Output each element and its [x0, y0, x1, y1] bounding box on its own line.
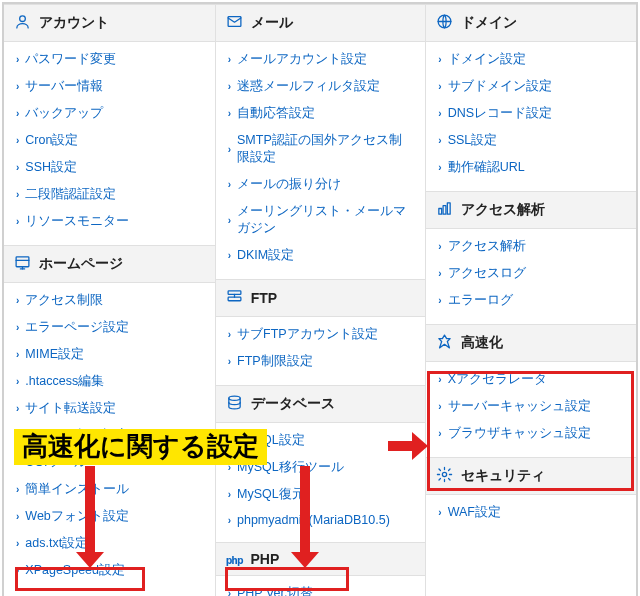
security-icon — [436, 466, 453, 486]
section-items: ›サブFTPアカウント設定›FTP制限設定 — [216, 317, 426, 385]
chevron-right-icon: › — [438, 268, 441, 279]
menu-item-php-ver[interactable]: ›PHP Ver.切替 — [216, 580, 426, 596]
mail-icon — [226, 13, 243, 33]
chevron-right-icon: › — [16, 511, 19, 522]
section-title: メール — [251, 14, 293, 32]
section-head-x: ドメイン — [426, 4, 636, 42]
menu-item-x[interactable]: ›メールアカウント設定 — [216, 46, 426, 73]
menu-item-url[interactable]: ›動作確認URL — [426, 154, 636, 181]
chevron-right-icon: › — [16, 403, 19, 414]
menu-item-label: ドメイン設定 — [448, 51, 526, 68]
menu-item-label: Webフォント設定 — [25, 508, 128, 525]
chevron-right-icon: › — [438, 162, 441, 173]
menu-item-htaccess[interactable]: ›.htaccess編集 — [4, 368, 215, 395]
menu-item-xpagespeed[interactable]: ›XPageSpeed設定 — [4, 557, 215, 584]
annotation-banner: 高速化に関する設定 — [14, 429, 267, 465]
svg-point-0 — [20, 16, 26, 22]
menu-item-dkim[interactable]: ›DKIM設定 — [216, 242, 426, 269]
chevron-right-icon: › — [228, 144, 231, 155]
section-head-x: メール — [216, 4, 426, 42]
section-head-x: 高速化 — [426, 324, 636, 362]
section-items: ›アクセス解析›アクセスログ›エラーログ — [426, 229, 636, 324]
section-title: セキュリティ — [461, 467, 545, 485]
chevron-right-icon: › — [16, 538, 19, 549]
section-head-x: ホームページ — [4, 245, 215, 283]
section-items: ›Xアクセラレータ›サーバーキャッシュ設定›ブラウザキャッシュ設定 — [426, 362, 636, 457]
menu-item-x[interactable]: ›簡単インストール — [4, 476, 215, 503]
menu-item-x[interactable]: ›ブラウザキャッシュ設定 — [426, 420, 636, 447]
menu-item-cron[interactable]: ›Cron設定 — [4, 127, 215, 154]
chevron-right-icon: › — [228, 515, 231, 526]
menu-item-label: アクセスログ — [448, 265, 526, 282]
menu-item-smtp[interactable]: ›SMTP認証の国外アクセス制限設定 — [216, 127, 426, 171]
menu-item-x[interactable]: ›ドメイン設定 — [426, 46, 636, 73]
menu-item-label: Xアクセラレータ — [448, 371, 547, 388]
chevron-right-icon: › — [438, 295, 441, 306]
menu-item-x[interactable]: ›エラーログ — [426, 287, 636, 314]
menu-item-x[interactable]: ›Xアクセラレータ — [426, 366, 636, 393]
chevron-right-icon: › — [16, 295, 19, 306]
menu-item-x[interactable]: ›エラーページ設定 — [4, 314, 215, 341]
menu-item-x[interactable]: ›自動応答設定 — [216, 100, 426, 127]
menu-item-x[interactable]: ›二段階認証設定 — [4, 181, 215, 208]
chevron-right-icon: › — [16, 189, 19, 200]
menu-item-label: メールアカウント設定 — [237, 51, 367, 68]
menu-item-x[interactable]: ›サブドメイン設定 — [426, 73, 636, 100]
menu-item-x[interactable]: ›アクセスログ — [426, 260, 636, 287]
menu-item-x[interactable]: ›メーリングリスト・メールマガジン — [216, 198, 426, 242]
section-title: データベース — [251, 395, 335, 413]
chevron-right-icon: › — [16, 135, 19, 146]
chevron-right-icon: › — [438, 135, 441, 146]
chevron-right-icon: › — [438, 241, 441, 252]
menu-item-label: サーバー情報 — [25, 78, 103, 95]
svg-rect-1 — [16, 257, 29, 267]
menu-item-x[interactable]: ›リソースモニター — [4, 208, 215, 235]
menu-item-x[interactable]: ›バックアップ — [4, 100, 215, 127]
menu-item-ssh[interactable]: ›SSH設定 — [4, 154, 215, 181]
section-items: ›パスワード変更›サーバー情報›バックアップ›Cron設定›SSH設定›二段階認… — [4, 42, 215, 245]
section-title: アカウント — [39, 14, 109, 32]
php-icon: php — [226, 551, 243, 567]
menu-item-label: DNSレコード設定 — [448, 105, 552, 122]
chevron-right-icon: › — [16, 81, 19, 92]
chevron-right-icon: › — [228, 588, 231, 596]
svg-rect-12 — [443, 206, 446, 215]
menu-item-label: .htaccess編集 — [25, 373, 104, 390]
menu-item-x[interactable]: ›アクセス制限 — [4, 287, 215, 314]
chevron-right-icon: › — [438, 81, 441, 92]
menu-item-ads-txt[interactable]: ›ads.txt設定 — [4, 530, 215, 557]
menu-item-x[interactable]: ›アクセス解析 — [426, 233, 636, 260]
section-items: ›ドメイン設定›サブドメイン設定›DNSレコード設定›SSL設定›動作確認URL — [426, 42, 636, 191]
menu-item-label: アクセス解析 — [448, 238, 526, 255]
menu-item-x[interactable]: ›迷惑メールフィルタ設定 — [216, 73, 426, 100]
menu-item-label: FTP制限設定 — [237, 353, 313, 370]
section-items: ›メールアカウント設定›迷惑メールフィルタ設定›自動応答設定›SMTP認証の国外… — [216, 42, 426, 279]
menu-item-web[interactable]: ›Webフォント設定 — [4, 503, 215, 530]
menu-item-ftp[interactable]: ›FTP制限設定 — [216, 348, 426, 375]
chevron-right-icon: › — [228, 54, 231, 65]
chevron-right-icon: › — [16, 484, 19, 495]
menu-item-mime[interactable]: ›MIME設定 — [4, 341, 215, 368]
menu-item-dns[interactable]: ›DNSレコード設定 — [426, 100, 636, 127]
section-items: ›PHP Ver.切替 — [216, 576, 426, 596]
menu-item-x[interactable]: ›サイト転送設定 — [4, 395, 215, 422]
menu-item-ssl[interactable]: ›SSL設定 — [426, 127, 636, 154]
menu-item-ftp[interactable]: ›サブFTPアカウント設定 — [216, 321, 426, 348]
menu-item-label: 動作確認URL — [448, 159, 525, 176]
menu-item-waf[interactable]: ›WAF設定 — [426, 499, 636, 526]
menu-item-x[interactable]: ›パスワード変更 — [4, 46, 215, 73]
section-head-ftp: FTP — [216, 279, 426, 317]
menu-item-x[interactable]: ›サーバー情報 — [4, 73, 215, 100]
menu-item-label: バックアップ — [25, 105, 103, 122]
chevron-right-icon: › — [16, 322, 19, 333]
chevron-right-icon: › — [16, 349, 19, 360]
menu-item-x[interactable]: ›メールの振り分け — [216, 171, 426, 198]
menu-item-x[interactable]: ›サーバーキャッシュ設定 — [426, 393, 636, 420]
annotation-banner-text: 高速化に関する設定 — [22, 431, 259, 461]
menu-item-mysql[interactable]: ›MySQL復元 — [216, 481, 426, 508]
menu-item-label: サブドメイン設定 — [448, 78, 552, 95]
user-icon — [14, 13, 31, 33]
chevron-right-icon: › — [228, 215, 231, 226]
database-icon — [226, 394, 243, 414]
menu-item-phpmyadmin-mariadb10-5[interactable]: ›phpmyadmin(MariaDB10.5) — [216, 508, 426, 532]
